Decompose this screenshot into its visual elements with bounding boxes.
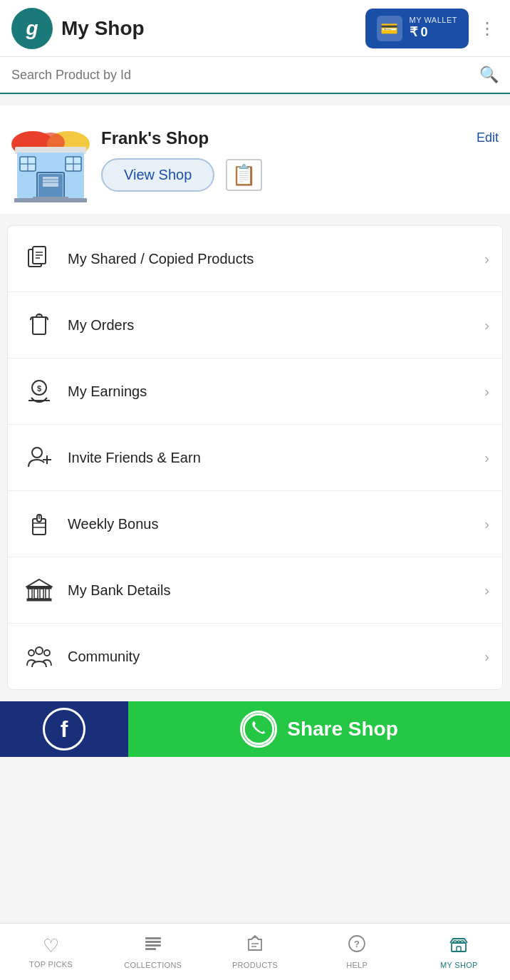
- menu-item-shared-products[interactable]: My Shared / Copied Products ›: [8, 226, 502, 292]
- collections-icon: [144, 934, 162, 958]
- nav-label-collections: COLLECTIONS: [124, 961, 182, 969]
- nav-products[interactable]: PRODUCTS: [204, 924, 306, 980]
- svg-rect-49: [145, 948, 156, 950]
- svg-point-27: [32, 448, 42, 458]
- chevron-icon: ›: [484, 450, 489, 466]
- menu-item-label: My Bank Details: [68, 582, 484, 599]
- search-icon: 🔍: [479, 66, 499, 84]
- search-bar: 🔍: [0, 57, 510, 94]
- header: g My Shop 💳 MY WALLET ₹ 0 ⋮: [0, 0, 510, 57]
- top-picks-icon: ♡: [43, 935, 59, 957]
- menu-item-bank-details[interactable]: My Bank Details ›: [8, 557, 502, 624]
- header-left: g My Shop: [11, 8, 145, 49]
- bank-icon: [21, 572, 58, 609]
- shop-info: Frank's Shop Edit View Shop 📋: [101, 128, 499, 192]
- my-shop-icon: [449, 934, 468, 958]
- earnings-icon: $: [21, 373, 58, 410]
- svg-point-42: [36, 647, 43, 654]
- wallet-button[interactable]: 💳 MY WALLET ₹ 0: [365, 9, 469, 48]
- app-logo: g: [11, 8, 53, 49]
- svg-rect-15: [43, 177, 58, 187]
- page-title: My Shop: [61, 17, 145, 40]
- menu-item-label: Community: [68, 649, 484, 665]
- help-icon: ?: [348, 934, 366, 958]
- shop-name: Frank's Shop: [101, 128, 209, 148]
- svg-point-43: [28, 650, 34, 656]
- nav-label-help: HELP: [346, 961, 368, 969]
- svg-rect-40: [46, 589, 49, 599]
- menu-item-label: My Orders: [68, 317, 484, 334]
- weekly-bonus-icon: [21, 505, 58, 542]
- svg-rect-54: [452, 943, 466, 951]
- shared-products-icon: [21, 240, 58, 277]
- share-shop-label: Share Shop: [287, 718, 398, 741]
- wallet-amount: ₹ 0: [410, 25, 428, 41]
- menu-item-invite[interactable]: Invite Friends & Earn ›: [8, 425, 502, 491]
- menu-item-label: Invite Friends & Earn: [68, 450, 484, 466]
- view-shop-button[interactable]: View Shop: [101, 158, 214, 192]
- nav-label-top-picks: TOP PICKS: [29, 960, 73, 969]
- svg-text:$: $: [37, 384, 41, 393]
- menu-list: My Shared / Copied Products › My Orders …: [7, 225, 503, 690]
- svg-marker-35: [27, 579, 51, 587]
- chevron-icon: ›: [484, 516, 489, 532]
- search-input[interactable]: [11, 68, 479, 83]
- svg-rect-41: [27, 599, 51, 601]
- products-icon: [246, 934, 264, 958]
- chevron-icon: ›: [484, 582, 489, 599]
- svg-text:?: ?: [354, 939, 360, 949]
- nav-my-shop[interactable]: MY SHOP: [408, 924, 510, 980]
- menu-item-orders[interactable]: My Orders ›: [8, 292, 502, 359]
- more-options-icon[interactable]: ⋮: [476, 16, 499, 41]
- svg-rect-37: [28, 589, 32, 599]
- edit-shop-link[interactable]: Edit: [477, 130, 499, 145]
- menu-item-community[interactable]: Community ›: [8, 624, 502, 689]
- chevron-icon: ›: [484, 649, 489, 665]
- wallet-label: MY WALLET: [410, 16, 457, 25]
- header-right: 💳 MY WALLET ₹ 0 ⋮: [365, 9, 499, 48]
- chevron-icon: ›: [484, 317, 489, 334]
- chevron-icon: ›: [484, 251, 489, 267]
- nav-top-picks[interactable]: ♡ TOP PICKS: [0, 924, 102, 980]
- nav-label-my-shop: MY SHOP: [440, 961, 478, 969]
- whatsapp-share-button[interactable]: Share Shop: [128, 701, 510, 757]
- svg-rect-46: [145, 937, 161, 939]
- shop-card: Frank's Shop Edit View Shop 📋: [0, 105, 510, 214]
- menu-item-earnings[interactable]: $ My Earnings ›: [8, 359, 502, 425]
- svg-point-23: [38, 314, 41, 316]
- svg-point-44: [44, 650, 50, 656]
- svg-rect-39: [40, 589, 43, 599]
- community-icon: [21, 638, 58, 675]
- wallet-icon: 💳: [377, 16, 402, 41]
- shop-image: [11, 117, 90, 202]
- documents-icon[interactable]: 📋: [226, 159, 262, 191]
- menu-item-label: My Shared / Copied Products: [68, 251, 484, 267]
- invite-icon: [21, 439, 58, 476]
- chevron-icon: ›: [484, 383, 489, 400]
- nav-label-products: PRODUCTS: [232, 961, 278, 969]
- svg-rect-48: [145, 944, 161, 947]
- facebook-icon: f: [43, 708, 85, 751]
- orders-icon: [21, 306, 58, 344]
- menu-item-label: Weekly Bonus: [68, 516, 484, 532]
- whatsapp-icon: [240, 711, 277, 748]
- menu-item-label: My Earnings: [68, 383, 484, 400]
- svg-rect-38: [34, 589, 38, 599]
- nav-help[interactable]: ? HELP: [306, 924, 408, 980]
- nav-collections[interactable]: COLLECTIONS: [102, 924, 204, 980]
- svg-rect-47: [145, 941, 161, 943]
- share-bar: f Share Shop: [0, 701, 510, 757]
- svg-point-45: [244, 714, 274, 743]
- svg-rect-14: [14, 198, 87, 202]
- bottom-nav: ♡ TOP PICKS COLLECTIONS PRODUCTS: [0, 923, 510, 980]
- svg-rect-55: [457, 947, 461, 951]
- facebook-share-button[interactable]: f: [0, 701, 128, 757]
- menu-item-weekly-bonus[interactable]: Weekly Bonus ›: [8, 491, 502, 557]
